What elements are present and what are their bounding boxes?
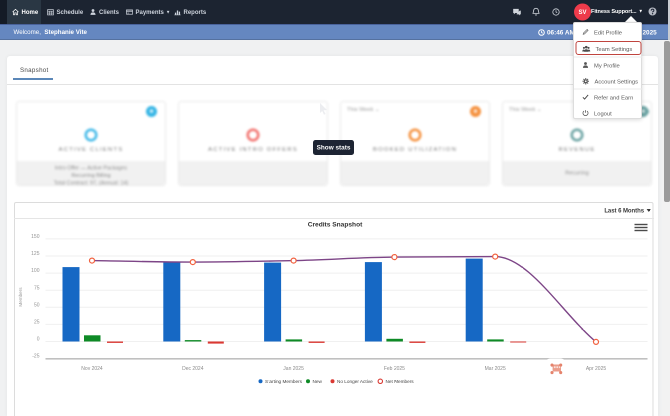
svg-text:Net Members: Net Members	[386, 379, 415, 384]
svg-text:Jan 2025: Jan 2025	[283, 365, 304, 371]
svg-text:Nov 2024: Nov 2024	[81, 365, 103, 371]
svg-text:Dec 2024: Dec 2024	[182, 365, 204, 371]
svg-text:50: 50	[34, 301, 40, 307]
svg-text:New: New	[313, 379, 323, 384]
svg-text:100: 100	[31, 267, 40, 273]
svg-text:Starting Members: Starting Members	[265, 379, 303, 384]
svg-text:Feb 2025: Feb 2025	[384, 365, 405, 371]
svg-text:Members: Members	[18, 287, 23, 307]
svg-text:Credits Snapshot: Credits Snapshot	[308, 221, 363, 229]
svg-text:-25: -25	[32, 353, 39, 359]
svg-text:75: 75	[34, 284, 40, 290]
svg-text:150: 150	[31, 233, 40, 239]
svg-text:Apr 2025: Apr 2025	[586, 365, 607, 371]
svg-text:125: 125	[31, 250, 40, 256]
svg-text:Mar 2025: Mar 2025	[485, 365, 506, 371]
svg-text:25: 25	[34, 319, 40, 325]
svg-text:0: 0	[37, 336, 40, 342]
svg-text:No Longer Active: No Longer Active	[337, 379, 373, 384]
svg-text:Last 6 Months: Last 6 Months	[604, 207, 644, 213]
